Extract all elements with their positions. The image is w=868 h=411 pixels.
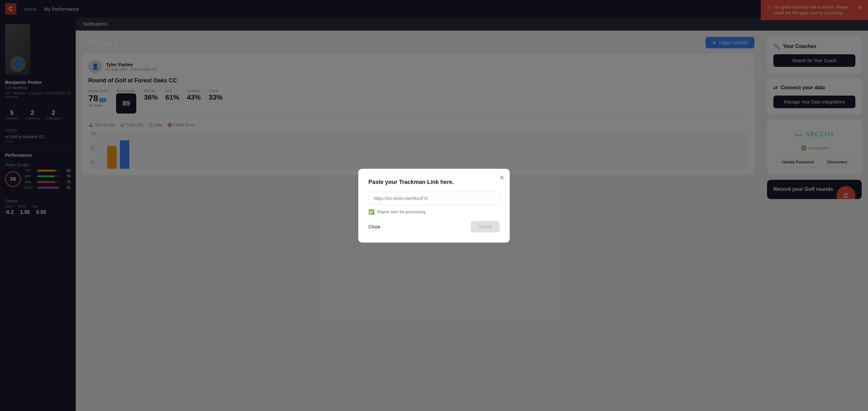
modal-overlay[interactable]: Paste your Trackman Link here. ✕ ✅ Repor… bbox=[0, 0, 868, 411]
success-icon: ✅ bbox=[368, 209, 375, 215]
modal-submit-button[interactable]: Submit bbox=[471, 221, 500, 232]
modal-close-icon[interactable]: ✕ bbox=[499, 174, 505, 181]
modal-success-message: ✅ Report sent for processing bbox=[368, 209, 500, 215]
trackman-modal: Paste your Trackman Link here. ✕ ✅ Repor… bbox=[358, 169, 510, 243]
modal-close-button[interactable]: Close bbox=[368, 224, 380, 229]
modal-footer: Close Submit bbox=[368, 221, 500, 232]
modal-title: Paste your Trackman Link here. bbox=[368, 179, 500, 186]
trackman-link-input[interactable] bbox=[368, 192, 500, 205]
